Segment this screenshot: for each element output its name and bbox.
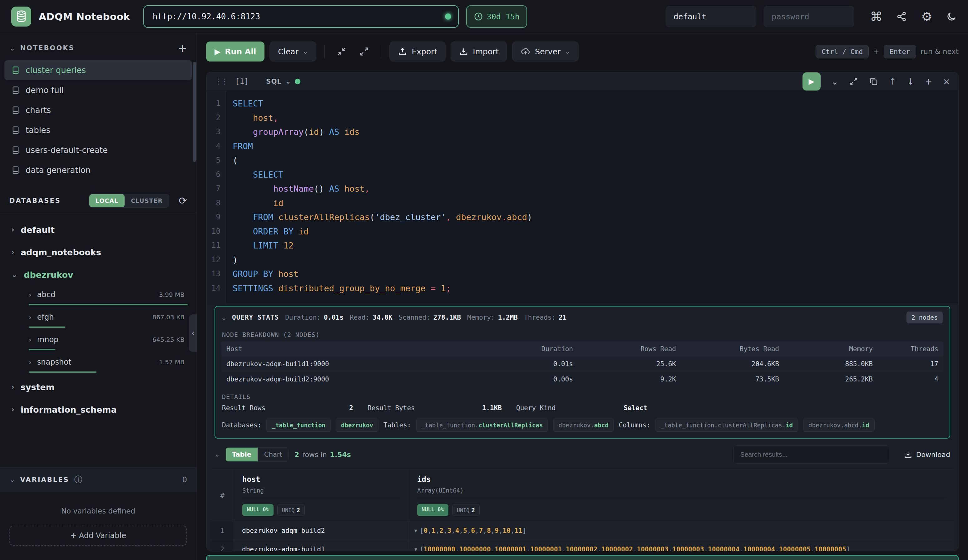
expand-all-icon[interactable] xyxy=(355,43,373,60)
variables-info-icon[interactable]: ⓘ xyxy=(74,474,83,485)
database-item-dbezrukov[interactable]: ⌄dbezrukov xyxy=(4,263,192,286)
code-line: LIMIT 12 xyxy=(233,239,958,253)
sidebar-item-demo-full[interactable]: demo full xyxy=(4,80,192,100)
results-bar: ⌄ Table Chart 2 rows in 1.54s Download xyxy=(206,439,958,469)
share-icon[interactable] xyxy=(896,11,907,22)
detail-chip[interactable]: _table_function xyxy=(266,419,331,432)
theme-moon-icon[interactable] xyxy=(946,11,957,22)
chevron-down-icon: ⌄ xyxy=(11,270,18,279)
notebook-icon xyxy=(11,86,20,94)
expand-array-icon[interactable]: ▼ xyxy=(414,547,417,552)
code-line: ORDER BY id xyxy=(233,224,958,239)
notebook-item-label: cluster queries xyxy=(26,66,86,75)
table-item-snapshot[interactable]: ›snapshot1.57 MB xyxy=(4,353,192,371)
sidebar-item-data-generation[interactable]: data generation xyxy=(4,160,192,180)
detail-chip[interactable]: dbezrukov.abcd xyxy=(553,419,613,432)
tab-chart[interactable]: Chart xyxy=(258,447,288,461)
add-notebook-button[interactable]: + xyxy=(178,43,187,53)
detail-chip[interactable]: dbezrukov xyxy=(336,419,378,432)
sidebar-item-tables[interactable]: tables xyxy=(4,120,192,140)
code-editor[interactable]: 1234567891011121314 SELECT host, groupAr… xyxy=(206,91,958,303)
server-button[interactable]: Server ⌄ xyxy=(512,41,578,61)
table-item-efgh[interactable]: ›efgh867.03 KB xyxy=(4,308,192,326)
add-variable-button[interactable]: + Add Variable xyxy=(9,526,187,546)
chevron-right-icon: › xyxy=(11,383,14,391)
code-line: SELECT xyxy=(233,96,958,111)
cell-close-icon[interactable]: × xyxy=(943,76,950,87)
stats-collapse-chevron[interactable]: ⌄ xyxy=(222,314,226,321)
shortcuts-icon[interactable]: ⌘ xyxy=(870,10,882,23)
database-item-information-schema[interactable]: ›information_schema xyxy=(4,398,192,421)
import-button[interactable]: Import xyxy=(451,41,507,61)
column-header-host[interactable]: hostStringNULL 0%UNIQ2 xyxy=(234,469,409,521)
uptime-badge[interactable]: 30d 15h xyxy=(466,5,527,28)
database-item-default[interactable]: ›default xyxy=(4,219,192,241)
table-item-mnop[interactable]: ›mnop645.25 KB xyxy=(4,331,192,348)
server-url-box xyxy=(143,5,459,28)
row-number: 2 xyxy=(211,540,234,551)
detail-chip[interactable]: _table_function.clusterAllReplicas xyxy=(416,419,548,432)
database-item-system[interactable]: ›system xyxy=(4,376,192,398)
cell-move-down-icon[interactable]: ↓ xyxy=(907,76,914,87)
details-tags: Databases:_table_functiondbezrukovTables… xyxy=(215,417,950,432)
code-line: SETTINGS distributed_group_by_no_merge =… xyxy=(233,281,958,296)
cell-duplicate-icon[interactable] xyxy=(869,77,878,86)
detail-chip[interactable]: dbezrukov.abcd.id xyxy=(803,419,874,432)
password-input[interactable] xyxy=(764,6,854,27)
node-table-row[interactable]: dbezrukov-adqm-build2:90000.00s9.2K73.5K… xyxy=(221,372,943,387)
next-cell-preview-strip[interactable] xyxy=(206,555,959,560)
results-collapse-chevron[interactable]: ⌄ xyxy=(214,451,220,458)
refresh-databases-icon[interactable]: ⟳ xyxy=(179,195,187,207)
details-title: DETAILS xyxy=(215,389,950,403)
null-percent-chip: NULL 0% xyxy=(242,504,273,516)
chevron-right-icon: › xyxy=(11,225,14,234)
toggle-cluster[interactable]: CLUSTER xyxy=(124,194,169,207)
cloud-upload-icon xyxy=(520,46,530,56)
cell-chevron-down-icon[interactable]: ⌄ xyxy=(831,76,839,87)
cell-move-up-icon[interactable]: ↑ xyxy=(889,76,896,87)
username-input[interactable] xyxy=(666,6,756,27)
node-table-row[interactable]: dbezrukov-adqm-build1:90000.01s25.6K204.… xyxy=(221,356,943,372)
search-results-input[interactable] xyxy=(733,446,889,464)
table-size-bar xyxy=(29,349,55,350)
cell-expand-icon[interactable] xyxy=(849,77,859,86)
databases-section-title: DATABASES xyxy=(9,197,61,204)
code-line: FROM xyxy=(233,139,958,154)
table-item-abcd[interactable]: ›abcd3.99 MB xyxy=(4,286,192,303)
code-line: host, xyxy=(233,111,958,125)
sql-code[interactable]: SELECT host, groupArray(id) AS idsFROM( … xyxy=(226,91,958,303)
detail-chip[interactable]: _table_function.clusterAllReplicas.id xyxy=(655,419,798,432)
download-button[interactable]: Download xyxy=(904,450,950,459)
column-header-ids[interactable]: idsArray(UInt64)NULL 0%UNIQ2 xyxy=(409,469,954,521)
table-row[interactable]: 1dbezrukov-adqm-build2▼[0, 1, 2, 3, 4, 5… xyxy=(211,521,954,540)
sidebar-item-cluster-queries[interactable]: cluster queries xyxy=(4,60,192,80)
clear-button[interactable]: Clear ⌄ xyxy=(270,41,316,61)
settings-gear-icon[interactable]: ⚙ xyxy=(921,10,932,23)
server-url-input[interactable] xyxy=(153,12,439,21)
sidebar-item-charts[interactable]: charts xyxy=(4,100,192,120)
cell-add-icon[interactable]: + xyxy=(925,76,932,87)
table-row[interactable]: 2dbezrukov-adqm-build1▼[10000000, 100000… xyxy=(211,540,954,551)
column-name: ids xyxy=(417,475,946,484)
run-all-button[interactable]: ▶ Run All xyxy=(206,41,265,61)
details-fields: Result Rows2Result Bytes1.1KBQuery KindS… xyxy=(215,403,950,417)
cell-drag-handle[interactable]: ⋮⋮ xyxy=(214,77,227,86)
tab-table[interactable]: Table xyxy=(226,447,258,461)
collapse-all-icon[interactable] xyxy=(333,43,350,60)
sidebar-item-users-default-create[interactable]: users-default-create xyxy=(4,140,192,160)
sidebar-scrollbar-thumb[interactable] xyxy=(193,62,196,162)
expand-array-icon[interactable]: ▼ xyxy=(414,528,417,533)
run-cell-button[interactable]: ▶ xyxy=(802,73,820,91)
uniq-count-chip: UNIQ2 xyxy=(452,504,480,516)
sidebar-collapse-handle[interactable]: ‹ xyxy=(189,314,197,352)
column-type: Array(UInt64) xyxy=(417,487,946,494)
toggle-local[interactable]: LOCAL xyxy=(89,194,124,207)
ids-cell: ▼[0, 1, 2, 3, 4, 5, 6, 7, 8, 9, 10, 11] xyxy=(409,521,954,540)
export-button[interactable]: Export xyxy=(390,41,446,61)
notebooks-collapse-chevron[interactable]: ⌄ xyxy=(9,44,15,52)
database-item-adqm-notebooks[interactable]: ›adqm_notebooks xyxy=(4,241,192,263)
cell-language-select[interactable]: SQL ⌄ xyxy=(266,78,300,85)
variables-collapse-chevron[interactable]: ⌄ xyxy=(9,476,15,484)
table-item-label: abcd xyxy=(37,290,55,299)
cell-header: ⋮⋮ [1] SQL ⌄ ▶ ⌄ xyxy=(206,73,958,91)
